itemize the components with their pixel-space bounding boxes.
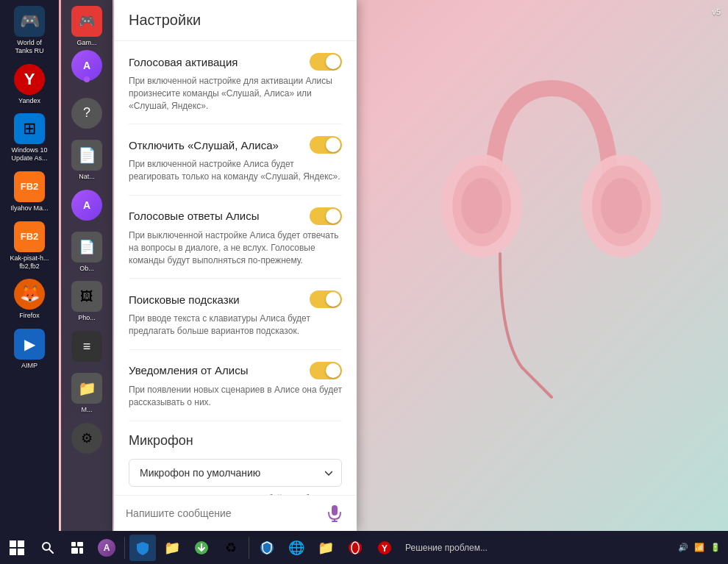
alice-settings-content: Голосовая активация При включенной настр… (114, 41, 357, 495)
taskbar-icon-earth[interactable]: 🌐 (283, 535, 310, 561)
right-sidebar: 🎮 Gam... А ? 📄 Nat... А 📄 Ob... (61, 0, 113, 531)
sidebar-item-help[interactable]: ? (61, 98, 113, 131)
sidebar-item-alice1[interactable]: А (61, 56, 113, 89)
settings-disable-alice: Отключить «Слушай, Алиса» При включенной… (129, 124, 342, 196)
alice-settings-header: Настройки (114, 0, 357, 41)
sidebar-item-ob[interactable]: 📄 Ob... (61, 232, 113, 273)
notifications-title: Уведомления от Алисы (129, 364, 248, 376)
svg-line-14 (49, 549, 53, 553)
sidebar-item-alice2[interactable]: А (61, 190, 113, 223)
taskbar-alice-icon: А (98, 539, 115, 557)
taskbar-icon-download[interactable] (188, 535, 215, 561)
icon-label-game2: Gam... (76, 39, 96, 47)
svg-text:Y: Y (382, 543, 388, 554)
taskbar-battery-icon[interactable]: 🔋 (710, 543, 721, 552)
voice-activation-title: Голосовая активация (129, 56, 238, 68)
svg-point-2 (461, 178, 502, 234)
taskbar-icon-folder2[interactable]: 📁 (313, 535, 339, 561)
search-hints-desc: При вводе текста с клавиатуры Алиса буде… (129, 313, 342, 338)
alice-sidebar-icon-1: А (71, 50, 102, 81)
icon-label-nata: Nat... (79, 173, 95, 181)
taskbar-problem-text: Решение проблем... (405, 543, 488, 553)
taskbar-icon-opera[interactable] (342, 535, 368, 561)
icon-label-kak-pisat: Kak-pisat-h...fb2,fb2 (10, 254, 49, 271)
icon-label-yandex: Yandex (18, 97, 40, 105)
voice-activation-desc: При включенной настройке для активации А… (129, 75, 342, 112)
microphone-select[interactable]: Микрофон по умолчанию (129, 459, 342, 487)
notifications-toggle[interactable] (310, 362, 342, 379)
settings-notifications: Уведомления от Алисы При появлении новых… (129, 350, 342, 421)
svg-rect-18 (79, 548, 83, 554)
taskbar-volume-icon[interactable]: 🔊 (678, 543, 688, 552)
taskbar-start-button[interactable] (0, 531, 33, 564)
search-hints-toggle[interactable] (310, 290, 342, 308)
headphones-illustration (397, 37, 691, 404)
taskbar-search-button[interactable] (33, 531, 63, 564)
voice-answers-title: Голосовые ответы Алисы (129, 210, 259, 222)
svg-rect-11 (10, 549, 16, 555)
microphone-section: Микрофон Микрофон по умолчанию Если Алис… (129, 421, 342, 495)
svg-rect-6 (332, 505, 338, 515)
alice-message-input[interactable] (126, 507, 318, 519)
taskbar-taskview-button[interactable] (63, 531, 92, 564)
sidebar-item-game2[interactable]: 🎮 Gam... (61, 6, 113, 47)
icon-label-windows-update: Windows 10Update As... (11, 146, 47, 163)
taskbar-system-tray: 🔊 📶 🔋 (678, 543, 728, 552)
icon-label-photo: Pho... (78, 314, 96, 322)
taskbar-divider-1 (124, 537, 125, 559)
sidebar-item-nata[interactable]: 📄 Nat... (61, 140, 113, 181)
microphone-button[interactable] (324, 503, 345, 524)
search-hints-title: Поисковые подсказки (129, 293, 240, 306)
icon-label-ob: Ob... (79, 265, 94, 273)
taskbar-icon-shield[interactable] (129, 535, 156, 561)
taskbar-alice-button[interactable]: А (92, 531, 121, 564)
svg-rect-16 (77, 542, 83, 546)
taskbar: А 📁 ♻ 🌐 📁 (0, 531, 728, 564)
svg-point-5 (601, 178, 642, 234)
svg-rect-15 (71, 542, 76, 546)
sidebar-item-aimp[interactable]: ▶ AIMP (4, 329, 55, 370)
sidebar-item-ilyahov[interactable]: FB2 Ilyahov Ma... (4, 171, 55, 213)
icon-label-firefox: Firefox (19, 312, 40, 320)
sidebar-item-folder[interactable]: 📁 M... (61, 373, 113, 414)
icon-label-ilyahov: Ilyahov Ma... (10, 204, 48, 213)
disable-alice-title: Отключить «Слушай, Алиса» (129, 139, 279, 151)
icon-label-world-of-tanks: World ofTanks RU (15, 39, 43, 55)
voice-answers-desc: При выключенной настройке Алиса будет от… (129, 229, 342, 266)
voice-answers-toggle[interactable] (310, 207, 342, 225)
svg-point-21 (349, 541, 362, 554)
version-text: v5 (712, 7, 721, 16)
left-sidebar: 🎮 World ofTanks RU Y Yandex ⊞ Windows 10… (0, 0, 59, 531)
icon-label-folder: M... (82, 406, 93, 414)
disable-alice-toggle[interactable] (310, 136, 342, 154)
sidebar-item-settings2[interactable]: ⚙ (61, 423, 113, 456)
sidebar-item-lines[interactable]: ≡ (61, 331, 113, 364)
taskbar-network-icon[interactable]: 📶 (694, 543, 704, 552)
taskbar-icon-shield2[interactable] (254, 535, 280, 561)
settings-voice-activation: Голосовая активация При включенной настр… (129, 41, 342, 124)
voice-activation-toggle[interactable] (310, 53, 342, 71)
svg-rect-9 (10, 540, 16, 547)
taskbar-problem-area[interactable]: Решение проблем... (405, 543, 488, 553)
svg-rect-17 (71, 548, 78, 554)
settings-search-hints: Поисковые подсказки При вводе текста с к… (129, 279, 342, 350)
taskbar-icon-yandex[interactable]: Y (371, 535, 398, 561)
microphone-title: Микрофон (129, 433, 342, 449)
disable-alice-desc: При включенной настройке Алиса будет реа… (129, 158, 342, 183)
taskbar-icon-recycle[interactable]: ♻ (218, 535, 244, 561)
taskbar-icon-folder[interactable]: 📁 (159, 535, 185, 561)
alice-panel: Настройки Голосовая активация При включе… (114, 0, 357, 531)
sidebar-item-photo[interactable]: 🖼 Pho... (61, 281, 113, 322)
settings-voice-answers: Голосовые ответы Алисы При выключенной н… (129, 196, 342, 279)
alice-input-area (114, 495, 357, 531)
svg-rect-10 (18, 540, 24, 547)
sidebar-item-world-of-tanks[interactable]: 🎮 World ofTanks RU (4, 6, 55, 55)
sidebar-item-kak-pisat[interactable]: FB2 Kak-pisat-h...fb2,fb2 (4, 221, 55, 271)
icon-label-aimp: AIMP (21, 362, 38, 370)
svg-rect-12 (18, 549, 24, 555)
sidebar-item-windows-update[interactable]: ⊞ Windows 10Update As... (4, 113, 55, 163)
notifications-desc: При появлении новых сценариев в Алисе он… (129, 384, 342, 409)
sidebar-item-firefox[interactable]: 🦊 Firefox (4, 279, 55, 320)
sidebar-item-yandex[interactable]: Y Yandex (4, 64, 55, 105)
taskbar-divider-2 (249, 537, 249, 559)
